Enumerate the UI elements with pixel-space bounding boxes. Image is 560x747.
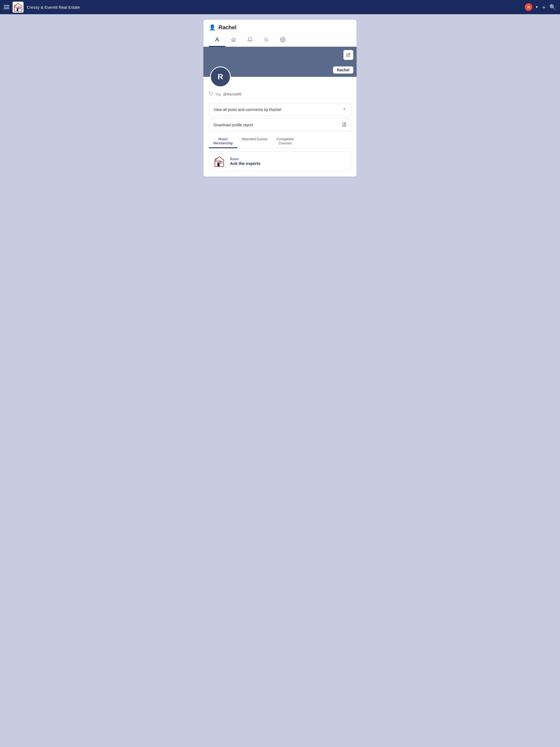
room-type-label: Room	[230, 157, 261, 161]
svg-rect-2	[17, 8, 18, 11]
view-posts-label: View all posts and comments by Rachel	[213, 107, 281, 112]
profile-banner: Rachel R	[203, 47, 357, 77]
room-info: Room Ask the experts	[230, 157, 261, 166]
card-header: 👤 Rachel	[203, 20, 357, 34]
room-list: the Hub Room Ask the experts	[203, 148, 357, 177]
profile-name-badge: Rachel	[333, 67, 353, 74]
topnav-right-actions: R ▼ ＋ 🔍	[525, 3, 556, 11]
person-icon: 👤	[209, 24, 216, 31]
topnav-user-avatar[interactable]: R	[525, 3, 532, 11]
room-item[interactable]: the Hub Room Ask the experts	[209, 152, 351, 171]
chevron-right-icon	[342, 107, 347, 112]
profile-avatar: R	[210, 67, 231, 87]
inner-tab-completed-courses[interactable]: Completed Courses	[272, 135, 298, 148]
svg-point-7	[264, 41, 265, 42]
download-icon	[342, 122, 347, 128]
profile-card: 👤 Rachel	[203, 20, 357, 177]
page-wrapper: 👤 Rachel	[0, 14, 560, 182]
tag-value: @RachelRt	[223, 92, 241, 96]
svg-text:Hub: Hub	[15, 6, 19, 8]
topnav-logo: the Hub	[12, 2, 24, 12]
download-report-label: Download profile report	[213, 123, 253, 127]
tag-label: Tag	[215, 92, 221, 96]
tab-profile[interactable]	[209, 34, 225, 47]
tab-settings[interactable]	[275, 34, 291, 47]
topnav-title: Cressy & Everett Real Estate	[27, 5, 521, 9]
tag-row: Tag @RachelRt	[209, 92, 351, 97]
inner-tab-attended-events[interactable]: Attended Events	[237, 135, 272, 148]
tag-icon	[209, 92, 213, 97]
room-name-label: Ask the experts	[230, 161, 261, 166]
view-posts-button[interactable]: View all posts and comments by Rachel	[209, 103, 351, 116]
svg-rect-13	[218, 163, 220, 166]
inner-tabs: Room Membership Attended Events Complete…	[209, 135, 351, 148]
topnav-add-icon[interactable]: ＋	[541, 4, 546, 11]
tab-home[interactable]	[225, 34, 242, 47]
edit-profile-button[interactable]	[343, 50, 353, 60]
room-logo: the Hub	[212, 154, 226, 168]
tab-notifications[interactable]	[242, 34, 258, 47]
topnav-dropdown-icon[interactable]: ▼	[535, 5, 538, 9]
svg-point-8	[282, 39, 284, 41]
card-tabs	[203, 34, 357, 47]
svg-point-6	[216, 38, 218, 40]
inner-tab-room-membership[interactable]: Room Membership	[209, 135, 237, 148]
topnav: the Hub Cressy & Everett Real Estate R ▼…	[0, 0, 560, 14]
svg-text:Hub: Hub	[215, 159, 221, 163]
card-header-title: Rachel	[219, 24, 236, 31]
download-report-button[interactable]: Download profile report	[209, 119, 351, 131]
topnav-search-icon[interactable]: 🔍	[549, 4, 556, 10]
hamburger-menu[interactable]	[4, 5, 9, 9]
tab-feed[interactable]	[258, 34, 275, 47]
